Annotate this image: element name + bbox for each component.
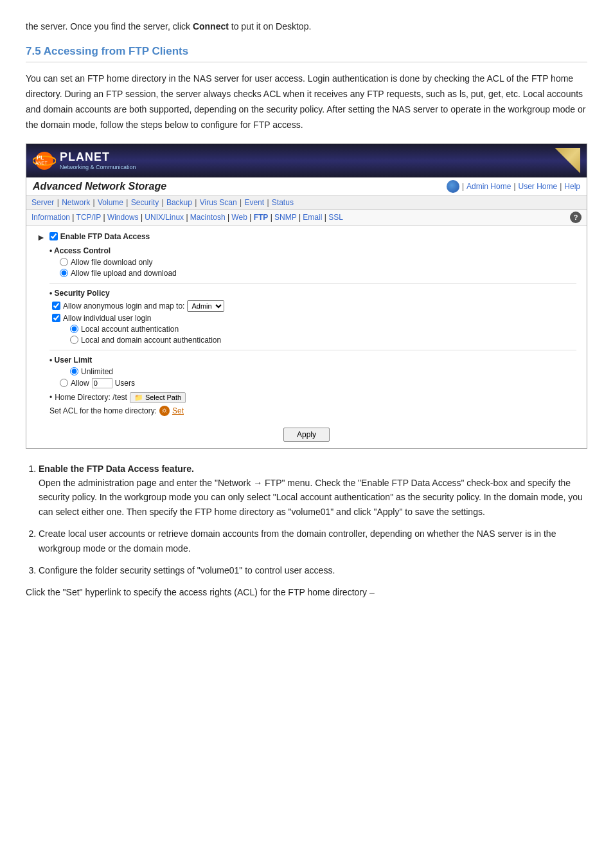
subnav-ftp[interactable]: FTP [254,213,269,222]
apply-button[interactable]: Apply [283,428,330,442]
select-path-button[interactable]: 📁 Select Path [130,392,186,403]
bottom-text: Click the "Set" hyperlink to specify the… [26,585,587,601]
individual-login-checkbox[interactable] [52,314,60,322]
radio-upload-download-input[interactable] [60,269,68,277]
unlimited-radio-row: Unlimited [70,367,576,376]
allow-label: Allow [71,379,89,388]
home-dir-row: • Home Directory: /test 📁 Select Path [49,392,576,403]
nas-title-bar: Advanced Network Storage | Admin Home | … [26,177,587,196]
subnav-ssl[interactable]: SSL [328,213,343,222]
nas-panel: PL ANET PLANET Networking & Communicatio… [26,143,587,449]
nav-backup[interactable]: Backup [166,198,192,207]
users-label: Users [115,379,135,388]
subnav-macintosh[interactable]: Macintosh [190,213,226,222]
subnav-email[interactable]: Email [303,213,322,222]
pipe-separator-3: | [560,182,562,191]
apply-btn-row: Apply [37,422,576,442]
set-acl-row: Set ACL for the home directory: ⛭ Set [49,406,576,416]
arrow-icon: ► [37,232,46,242]
subnav-web[interactable]: Web [231,213,247,222]
sub-nav-bar: Information | TCP/IP | Windows | UNIX/Li… [26,210,587,226]
set-acl-icon: ⛭ [159,406,170,416]
step-3-body: Configure the folder security settings o… [39,565,335,575]
nas-logo: PL ANET PLANET Networking & Communicatio… [33,149,136,172]
top-nav-bar: Server | Network | Volume | Security | B… [26,196,587,210]
step-3: Configure the folder security settings o… [39,563,587,577]
nas-title-links: | Admin Home | User Home | Help [447,180,580,193]
local-account-label: Local account authentication [81,325,179,334]
anon-login-row: Allow anonymous login and map to: Admin … [52,300,576,312]
radio-upload-download: Allow file upload and download [60,269,576,278]
subnav-windows[interactable]: Windows [107,213,139,222]
user-limit-group: Unlimited Allow Users [60,367,576,388]
allow-radio[interactable] [60,379,68,387]
step-1: Enable the FTP Data Access feature. Open… [39,462,587,520]
local-domain-radio-row: Local and domain account authentication [70,336,576,345]
access-control-group: • Access Control Allow file download onl… [49,246,576,416]
user-limit-item: • User Limit Unlimited Allow Users [49,356,576,388]
nas-logo-text-group: PLANET Networking & Communication [60,150,136,170]
local-domain-radio[interactable] [70,336,78,344]
set-acl-label: Set ACL for the home directory: [49,406,157,415]
nas-title: Advanced Network Storage [33,181,166,192]
svg-text:PL: PL [37,154,44,161]
enable-ftp-label[interactable]: Enable FTP Data Access [49,232,150,241]
local-account-radio[interactable] [70,325,78,333]
nav-virus-scan[interactable]: Virus Scan [200,198,237,207]
unlimited-label: Unlimited [81,367,113,376]
nas-header: PL ANET PLANET Networking & Communicatio… [26,144,587,177]
anon-login-checkbox[interactable] [52,302,60,310]
subnav-information[interactable]: Information [31,213,70,222]
radio-download-only-input[interactable] [60,258,68,266]
steps-list: Enable the FTP Data Access feature. Open… [39,462,587,578]
enable-ftp-checkbox[interactable] [49,232,58,240]
unlimited-radio[interactable] [70,367,78,375]
subnav-snmp[interactable]: SNMP [274,213,296,222]
allow-row: Allow Users [60,378,576,388]
svg-text:ANET: ANET [35,161,48,165]
admin-home-link[interactable]: Admin Home [466,182,511,191]
anon-map-select[interactable]: Admin Guest [187,300,224,312]
enable-ftp-row: ► Enable FTP Data Access [37,232,576,242]
divider-1 [49,283,576,284]
help-link[interactable]: Help [564,182,580,191]
nav-status[interactable]: Status [272,198,294,207]
set-acl-link[interactable]: Set [172,406,184,415]
user-home-link[interactable]: User Home [519,182,558,191]
subnav-tcpip[interactable]: TCP/IP [76,213,101,222]
home-dir-label: Home Directory: /test [55,393,127,402]
intro-bold: Connect [193,21,229,32]
access-control-title: • Access Control [49,246,576,255]
nav-server[interactable]: Server [31,198,54,207]
local-account-radio-row: Local account authentication [70,325,576,334]
sub-nav-links: Information | TCP/IP | Windows | UNIX/Li… [31,213,343,222]
panel-content: ► Enable FTP Data Access • Access Contro… [26,226,587,448]
step-2: Create local user accounts or retrieve d… [39,527,587,556]
divider-2 [49,350,576,350]
security-policy-item: • Security Policy Allow anonymous login … [49,289,576,345]
upload-download-label: Allow file upload and download [71,269,177,278]
help-icon[interactable]: ? [570,212,582,223]
nav-security[interactable]: Security [131,198,159,207]
allow-input[interactable] [92,378,112,388]
pipe-separator-2: | [513,182,515,191]
anon-login-label: Allow anonymous login and map to: [63,302,184,311]
nav-network[interactable]: Network [62,198,90,207]
nas-corner-decoration [555,148,580,174]
select-path-label: Select Path [145,393,181,401]
enable-ftp-text: Enable FTP Data Access [60,232,150,241]
pipe-separator-1: | [462,182,464,191]
download-only-label: Allow file download only [71,258,152,267]
access-control-item: • Access Control Allow file download onl… [49,246,576,278]
globe-icon [447,180,459,193]
user-limit-title: • User Limit [49,356,576,365]
subnav-unixlinux[interactable]: UNIX/Linux [145,213,184,222]
nav-volume[interactable]: Volume [98,198,123,207]
folder-icon: 📁 [134,393,143,402]
nav-event[interactable]: Event [244,198,264,207]
nas-logo-text: PLANET [60,150,110,163]
nas-logo-sub: Networking & Communication [60,164,136,170]
individual-login-row: Allow individual user login [52,314,576,323]
radio-download-only: Allow file download only [60,258,576,267]
section-heading: 7.5 Accessing from FTP Clients [26,45,587,62]
